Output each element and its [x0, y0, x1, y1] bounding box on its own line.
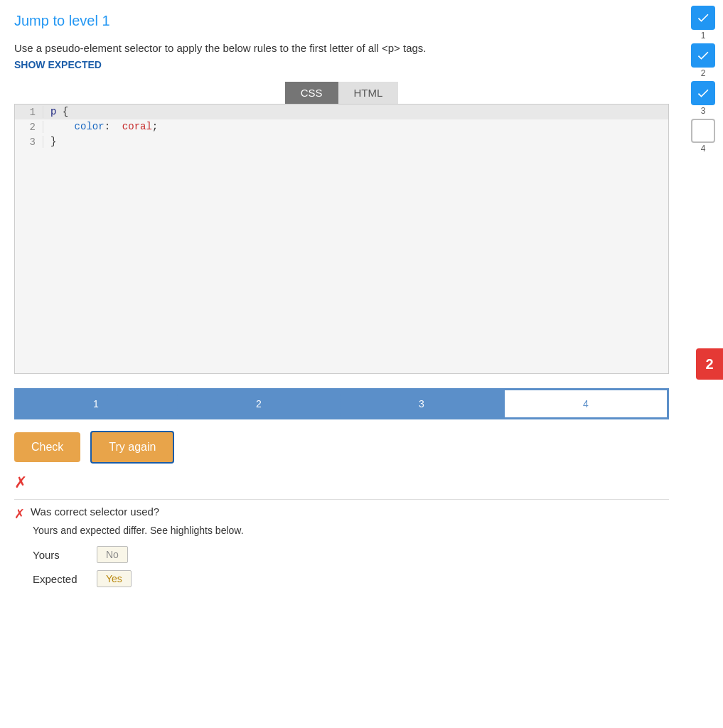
tab-html[interactable]: HTML: [338, 82, 399, 104]
code-content-3: }: [50, 136, 56, 147]
check-icon-1: [696, 11, 710, 25]
level-3-num: 3: [701, 106, 706, 116]
result-question: ✗ Was correct selector used?: [14, 505, 669, 522]
yours-label: Yours: [33, 549, 82, 561]
code-line-3: 3 }: [15, 134, 668, 149]
code-content-2: color: coral;: [50, 121, 158, 132]
show-expected-link[interactable]: SHOW EXPECTED: [14, 59, 102, 70]
check-icon-2: [696, 48, 710, 63]
line-num-2: 2: [15, 121, 43, 133]
level-2-badge[interactable]: [691, 43, 715, 68]
level-1-num: 1: [701, 31, 706, 41]
level-4-num: 4: [701, 144, 706, 154]
expected-row: Expected Yes: [33, 570, 669, 587]
check-icon-3: [696, 86, 710, 100]
progress-seg-3[interactable]: 3: [341, 389, 503, 419]
code-line-2: 2 color: coral;: [15, 119, 668, 134]
code-line-1: 1 p {: [15, 105, 668, 119]
sidebar-item-1[interactable]: 1: [691, 6, 715, 41]
result-question-text: Was correct selector used?: [31, 505, 159, 518]
button-row: Check Try again: [14, 431, 669, 464]
sidebar: 1 2 3 4: [683, 0, 723, 154]
yours-value: No: [97, 546, 128, 563]
check-button[interactable]: Check: [14, 432, 80, 462]
progress-bar: 1 2 3 4: [14, 388, 669, 419]
level-3-badge[interactable]: [691, 81, 715, 105]
level-2-num: 2: [701, 68, 706, 78]
level-1-badge[interactable]: [691, 6, 715, 30]
line-num-1: 1: [15, 106, 43, 118]
expected-value: Yes: [97, 570, 132, 587]
sidebar-item-4[interactable]: 4: [691, 119, 715, 154]
instructions-text: Use a pseudo-element selector to apply t…: [14, 42, 669, 54]
result-sub-text: Yours and expected differ. See highlight…: [33, 525, 669, 536]
tab-bar: CSS HTML: [14, 82, 669, 104]
code-editor[interactable]: 1 p { 2 color: coral; 3 }: [14, 104, 669, 374]
code-content-1: p {: [50, 106, 68, 117]
result-x-icon: ✗: [14, 506, 25, 522]
red-score-badge[interactable]: 2: [696, 348, 723, 380]
line-num-3: 3: [15, 136, 43, 148]
try-again-button[interactable]: Try again: [90, 431, 174, 464]
sidebar-item-3[interactable]: 3: [691, 81, 715, 116]
result-x-mark: ✗: [14, 473, 669, 492]
yours-row: Yours No: [33, 546, 669, 563]
progress-seg-4[interactable]: 4: [503, 389, 668, 419]
tab-css[interactable]: CSS: [285, 82, 338, 104]
expected-label: Expected: [33, 573, 82, 585]
progress-seg-2[interactable]: 2: [178, 389, 341, 419]
sidebar-item-2[interactable]: 2: [691, 43, 715, 78]
main-content: Jump to level 1 Use a pseudo-element sel…: [0, 0, 683, 609]
progress-seg-1[interactable]: 1: [15, 389, 178, 419]
divider: [14, 499, 669, 500]
jump-to-level[interactable]: Jump to level 1: [14, 13, 669, 29]
level-4-badge[interactable]: [691, 119, 715, 143]
